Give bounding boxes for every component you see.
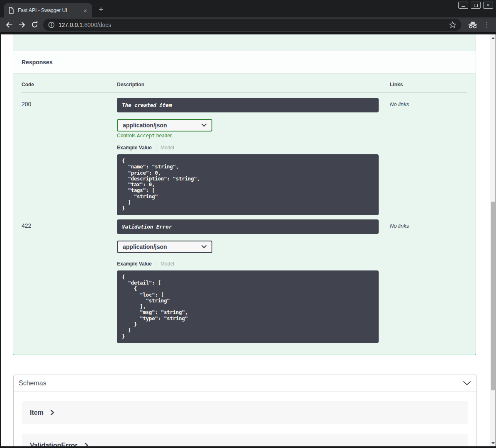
site-info-icon[interactable] (48, 22, 55, 28)
minimize-icon (462, 6, 465, 7)
scrollbar-thumb[interactable] (491, 202, 495, 390)
example-json: { "name": "string", "price": 0, "descrip… (122, 158, 374, 212)
forward-button[interactable] (18, 22, 26, 28)
response-description: The created item (117, 98, 379, 112)
example-json: { "detail": [ { "loc": [ "string" ], "ms… (122, 274, 374, 339)
response-description-col: Validation Error application/json Exampl… (117, 219, 390, 343)
page-favicon-icon (8, 7, 14, 14)
response-row-200: 200 The created item application/json Co… (22, 93, 467, 215)
reload-button[interactable] (31, 21, 38, 28)
responses-table-header: Code Description Links (22, 78, 467, 93)
response-code: 200 (22, 98, 117, 215)
forward-arrow-icon (18, 22, 26, 28)
example-model-tabs: Example Value Model (117, 261, 390, 267)
tab-divider (156, 261, 156, 266)
schema-item-card[interactable]: ValidationError (22, 434, 468, 446)
bookmark-button[interactable] (449, 21, 456, 28)
response-row-422: 422 Validation Error application/json Ex… (22, 215, 467, 343)
example-value-block: { "detail": [ { "loc": [ "string" ], "ms… (117, 270, 379, 343)
responses-table: Code Description Links 200 The created i… (13, 73, 476, 351)
chevron-right-icon (51, 410, 54, 415)
example-value-block: { "name": "string", "price": 0, "descrip… (117, 154, 379, 215)
back-arrow-icon (5, 22, 13, 28)
chevron-right-icon (85, 443, 88, 446)
example-value-tab[interactable]: Example Value (117, 145, 152, 151)
controls-accept-note: Controls Accept header. (117, 133, 390, 139)
response-description-col: The created item application/json Contro… (117, 98, 390, 215)
tab-close-icon[interactable]: × (83, 7, 88, 14)
scroll-up-arrow-icon[interactable] (490, 35, 496, 41)
browser-titlebar: Fast API - Swagger UI × + × (0, 0, 496, 17)
minimize-button[interactable] (458, 2, 468, 9)
code-column-header: Code (22, 82, 117, 88)
responses-section-header: Responses (13, 51, 476, 73)
schema-name: ValidationError (30, 442, 78, 447)
browser-toolbar: 127.0.0.1:8000/docs ⋮ (0, 17, 496, 33)
back-button[interactable] (5, 22, 13, 28)
close-button[interactable]: × (483, 2, 493, 9)
page-scrollbar[interactable] (490, 34, 496, 446)
tab-title: Fast API - Swagger UI (18, 7, 83, 13)
content-type-value: application/json (123, 122, 167, 129)
browser-menu-button[interactable]: ⋮ (484, 22, 490, 28)
response-code: 422 (22, 219, 117, 343)
schemas-list: Item ValidationError (14, 392, 477, 446)
response-links-col: No links (390, 219, 467, 343)
tab-divider (156, 145, 156, 151)
content-type-select[interactable]: application/json (117, 241, 212, 253)
accept-header-code: Accept (137, 133, 155, 139)
response-description: Validation Error (117, 219, 379, 234)
incognito-icon (468, 21, 478, 29)
no-links-text: No links (390, 219, 467, 229)
description-column-header: Description (117, 82, 390, 88)
no-links-text: No links (390, 98, 467, 107)
schemas-header[interactable]: Schemas (14, 375, 477, 392)
window-controls: × (458, 2, 493, 9)
links-column-header: Links (390, 82, 467, 88)
content-type-select[interactable]: application/json (117, 119, 212, 131)
response-links-col: No links (390, 98, 467, 215)
maximize-icon (474, 4, 478, 7)
reload-icon (31, 21, 38, 28)
schemas-title: Schemas (19, 380, 46, 387)
url-path: :8000/docs (83, 22, 111, 28)
example-model-tabs: Example Value Model (117, 145, 390, 151)
url-host: 127.0.0.1 (58, 22, 83, 28)
swagger-docs-page: Responses Code Description Links 200 The… (1, 34, 496, 446)
schemas-section: Schemas Item ValidationError (13, 375, 477, 446)
bookmark-star-icon (449, 21, 456, 28)
content-type-value: application/json (123, 243, 167, 250)
url-bar[interactable]: 127.0.0.1:8000/docs (43, 19, 461, 31)
chevron-down-icon (202, 124, 207, 127)
chevron-down-icon (202, 245, 207, 248)
post-opblock-panel: Responses Code Description Links 200 The… (13, 34, 476, 355)
model-tab[interactable]: Model (160, 145, 174, 151)
responses-title: Responses (22, 59, 53, 66)
example-value-tab[interactable]: Example Value (117, 261, 152, 267)
browser-tab[interactable]: Fast API - Swagger UI × (4, 3, 92, 17)
url-text: 127.0.0.1:8000/docs (58, 22, 111, 28)
maximize-button[interactable] (471, 2, 481, 9)
new-tab-button[interactable]: + (99, 5, 103, 13)
schema-name: Item (30, 409, 44, 416)
model-tab[interactable]: Model (160, 261, 174, 267)
schema-item-card[interactable]: Item (22, 401, 468, 424)
scroll-down-arrow-icon[interactable] (490, 440, 496, 446)
schemas-collapse-chevron-icon[interactable] (463, 381, 471, 385)
